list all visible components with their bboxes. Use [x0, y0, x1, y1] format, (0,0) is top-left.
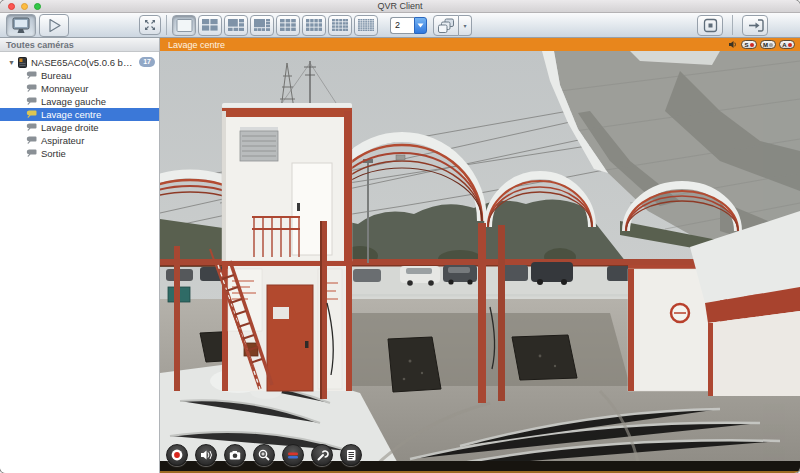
monitoring-view-button[interactable]: [6, 14, 36, 37]
layout-8-button[interactable]: [250, 15, 274, 36]
toolbar-separator: [732, 15, 733, 35]
toolbar-right-group: [697, 15, 768, 36]
layout-36-button[interactable]: [354, 15, 378, 36]
single-display-button[interactable]: [697, 15, 723, 36]
playback-view-button[interactable]: [39, 14, 69, 37]
sidebar-header: Toutes caméras: [0, 38, 159, 52]
play-icon: [43, 16, 65, 35]
video-cell[interactable]: [160, 51, 800, 473]
server-tree-item[interactable]: ▼ NASE65AC0(v5.0.6 build 2015082... 17: [0, 55, 159, 69]
stream-select-button[interactable]: [282, 444, 304, 466]
audio-icon: [198, 447, 214, 463]
camera-tree-item-aspirateur[interactable]: Aspirateur: [0, 134, 159, 147]
nas-server-icon: [17, 57, 28, 68]
camera-icon: [26, 97, 37, 106]
logout-icon: [746, 17, 765, 34]
snapshot-button[interactable]: [224, 444, 246, 466]
camera-label: Lavage gauche: [41, 96, 106, 107]
layout-1-icon: [176, 19, 193, 32]
camera-icon: [26, 110, 37, 119]
toolbar-separator: [166, 15, 167, 35]
layout-12-button[interactable]: [302, 15, 326, 36]
camera-count-badge: 17: [139, 57, 155, 67]
camera-icon: [26, 84, 37, 93]
layout-6-icon: [228, 19, 244, 31]
record-icon: [169, 447, 185, 463]
sequential-mode-control: ▾: [433, 15, 472, 36]
server-label: NASE65AC0(v5.0.6 build 2015082...: [31, 57, 137, 68]
audio-speaker-icon[interactable]: [728, 40, 738, 49]
camera-tree-item-sortie[interactable]: Sortie: [0, 147, 159, 160]
layout-4-button[interactable]: [198, 15, 222, 36]
layout-1-button[interactable]: [172, 15, 196, 36]
camera-label: Lavage droite: [41, 122, 99, 133]
sequential-mode-button[interactable]: [433, 15, 459, 36]
video-control-bar: [166, 444, 362, 466]
layout-12-icon: [306, 19, 322, 31]
camera-icon: [26, 149, 37, 158]
camera-label: Aspirateur: [41, 135, 84, 146]
view-count-value[interactable]: 2: [390, 17, 414, 34]
wrench-icon: [314, 447, 330, 463]
camera-icon: [26, 136, 37, 145]
digital-zoom-button[interactable]: [253, 444, 275, 466]
logout-button[interactable]: [742, 15, 768, 36]
camera-cell-titlebar[interactable]: Lavage centre S M A: [160, 38, 800, 51]
fullscreen-button[interactable]: [139, 15, 161, 35]
layout-4-icon: [202, 19, 218, 31]
layout-8-icon: [254, 19, 270, 31]
status-dot: [788, 43, 792, 47]
video-frame: [160, 51, 800, 471]
fullscreen-icon: [142, 18, 158, 32]
camera-tree-item-lavage-droite[interactable]: Lavage droite: [0, 121, 159, 134]
layout-36-icon: [358, 19, 374, 31]
sequential-mode-icon: [437, 17, 455, 34]
layout-16-button[interactable]: [328, 15, 352, 36]
event-log-icon: [343, 447, 359, 463]
monitor-icon: [9, 16, 33, 35]
stream-bars-icon: [285, 447, 301, 463]
stream-status-badge: S: [741, 40, 757, 49]
camera-label: Bureau: [41, 70, 72, 81]
camera-tree-item-bureau[interactable]: Bureau: [0, 69, 159, 82]
sequential-mode-dropdown-button[interactable]: ▾: [459, 15, 472, 36]
snapshot-icon: [227, 447, 243, 463]
layout-9-button[interactable]: [276, 15, 300, 36]
camera-icon: [26, 71, 37, 80]
disclosure-triangle-icon[interactable]: ▼: [8, 59, 17, 66]
camera-cell-title: Lavage centre: [168, 40, 225, 50]
layout-9-icon: [280, 19, 296, 31]
record-button[interactable]: [166, 444, 188, 466]
camera-status-icons: S M A: [728, 40, 795, 49]
camera-tree: ▼ NASE65AC0(v5.0.6 build 2015082... 17 B…: [0, 52, 159, 160]
camera-sidebar: Toutes caméras ▼ NASE65AC0(v5.0.6 build …: [0, 38, 160, 473]
chevron-down-icon: [417, 23, 424, 28]
main-toolbar: 2 ▾: [0, 13, 800, 38]
camera-icon: [26, 123, 37, 132]
content-area: Toutes caméras ▼ NASE65AC0(v5.0.6 build …: [0, 38, 800, 473]
event-log-button[interactable]: [340, 444, 362, 466]
qvr-client-window: QVR Client: [0, 0, 800, 473]
layout-6-button[interactable]: [224, 15, 248, 36]
video-viewer: Lavage centre S M A: [160, 38, 800, 473]
motion-status-badge: M: [760, 40, 776, 49]
status-dot: [750, 43, 754, 47]
audio-button[interactable]: [195, 444, 217, 466]
single-display-icon: [702, 17, 719, 34]
camera-label: Monnayeur: [41, 83, 89, 94]
status-dot: [769, 43, 773, 47]
camera-label: Sortie: [41, 148, 66, 159]
window-titlebar[interactable]: QVR Client: [0, 0, 800, 13]
magnifier-plus-icon: [256, 447, 272, 463]
camera-label: Lavage centre: [41, 109, 101, 120]
camera-settings-button[interactable]: [311, 444, 333, 466]
camera-tree-item-monnayeur[interactable]: Monnayeur: [0, 82, 159, 95]
view-count-dropdown-button[interactable]: [414, 17, 427, 34]
alarm-status-badge: A: [779, 40, 795, 49]
camera-tree-item-lavage-centre[interactable]: Lavage centre: [0, 108, 159, 121]
window-title: QVR Client: [0, 1, 800, 11]
camera-tree-item-lavage-gauche[interactable]: Lavage gauche: [0, 95, 159, 108]
view-count-spinner[interactable]: 2: [390, 17, 427, 34]
layout-16-icon: [332, 19, 348, 31]
